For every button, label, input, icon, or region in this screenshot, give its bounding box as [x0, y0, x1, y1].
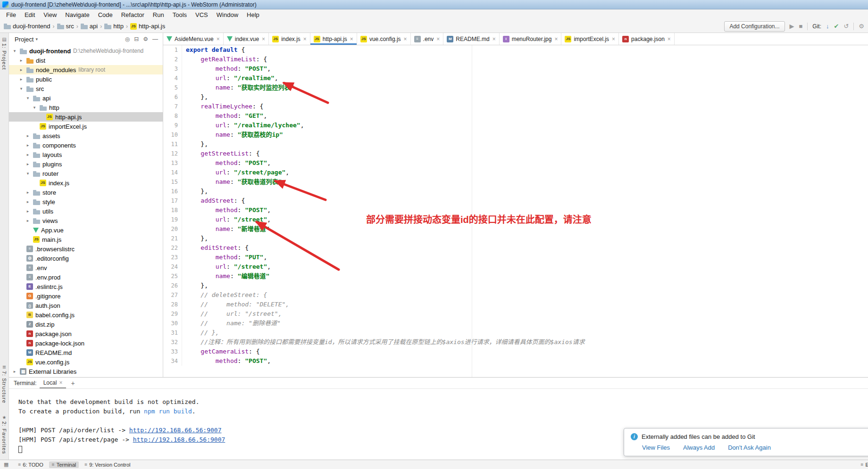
tree-item-browserslistrc[interactable]: ≡.browserslistrc [9, 244, 163, 254]
tree-item-main-js[interactable]: JSmain.js [9, 235, 163, 244]
tree-item-env[interactable]: ≡.env [9, 263, 163, 272]
chevron-right-icon[interactable]: ▸ [25, 143, 31, 148]
locate-file-icon[interactable]: ◎ [125, 36, 130, 42]
tree-item-node-modules[interactable]: ▸node_moduleslibrary root [9, 65, 163, 74]
chevron-right-icon[interactable]: ▸ [18, 67, 24, 72]
chevron-right-icon[interactable]: ▸ [25, 133, 31, 138]
breadcrumb-item[interactable]: duoji-frontend [4, 23, 50, 30]
git-update-icon[interactable]: ↓ [826, 23, 829, 30]
menu-tools[interactable]: Tools [168, 10, 191, 19]
close-tab-icon[interactable]: × [217, 36, 220, 42]
tab-asidemenu-vue[interactable]: AsideMenu.vue× [163, 33, 224, 45]
tab-readme-md[interactable]: MREADME.md× [443, 33, 499, 45]
close-tab-icon[interactable]: × [350, 36, 353, 42]
close-terminal-tab-icon[interactable]: × [59, 379, 62, 386]
settings-gear-icon[interactable]: ⚙ [143, 36, 148, 42]
chevron-right-icon[interactable]: ▸ [25, 199, 31, 204]
menu-file[interactable]: File [2, 10, 20, 19]
notification-action-view-files[interactable]: View Files [642, 444, 670, 451]
tree-item-readme-md[interactable]: MREADME.md [9, 348, 163, 357]
tree-item-dist[interactable]: ▸dist [9, 56, 163, 65]
tree-item-store[interactable]: ▸store [9, 188, 163, 197]
project-view-dropdown[interactable]: Project ▾ [15, 36, 38, 43]
chevron-down-icon[interactable]: ▾ [18, 86, 24, 91]
code-editor[interactable]: 1export default {2 getRealTimeList: {3 m… [163, 45, 868, 377]
run-icon[interactable]: ▶ [790, 23, 794, 30]
tree-item-index-js[interactable]: JSindex.js [9, 178, 163, 188]
chevron-right-icon[interactable]: ▸ [25, 162, 31, 166]
tree-item-router[interactable]: ▾router [9, 169, 163, 178]
toolwindow-toggle-icon[interactable]: ▦ [2, 461, 10, 468]
tree-item-eslintrc-js[interactable]: E.eslintrc.js [9, 282, 163, 291]
terminal-tab-local[interactable]: Local × [40, 378, 67, 388]
close-tab-icon[interactable]: × [436, 36, 440, 42]
tree-item-components[interactable]: ▸components [9, 140, 163, 150]
tree-item-importexcel-js[interactable]: JSimportExcel.js [9, 122, 163, 131]
tab-package-json[interactable]: npackage.json× [619, 33, 675, 45]
chevron-down-icon[interactable]: ▾ [32, 105, 37, 110]
toolwindow-favorites-button[interactable]: ★ 2: Favorites [1, 413, 7, 456]
tree-item-vue-config-js[interactable]: JSvue.config.js [9, 357, 163, 367]
chevron-right-icon[interactable]: ▸ [25, 190, 31, 195]
new-terminal-icon[interactable]: + [69, 379, 76, 387]
menu-code[interactable]: Code [94, 10, 117, 19]
chevron-right-icon[interactable]: ▸ [18, 77, 24, 82]
event-log-button[interactable]: ≡ Event Log [861, 462, 868, 468]
close-tab-icon[interactable]: × [554, 36, 558, 42]
git-history-icon[interactable]: ↺ [843, 23, 849, 30]
tree-item-gitignore[interactable]: G.gitignore [9, 291, 163, 301]
collapse-all-icon[interactable]: ⊟ [134, 36, 139, 42]
tab-env[interactable]: ≡.env× [411, 33, 444, 45]
close-tab-icon[interactable]: × [262, 36, 265, 42]
menu-view[interactable]: View [39, 10, 61, 19]
breadcrumb-item[interactable]: api [81, 23, 98, 30]
tree-item-views[interactable]: ▸views [9, 216, 163, 225]
tab-http-api-js[interactable]: JShttp-api.js× [310, 33, 357, 45]
toolwindow-structure-button[interactable]: ≣ 7: Structure [1, 362, 7, 405]
tree-item-api[interactable]: ▾api [9, 93, 163, 103]
close-tab-icon[interactable]: × [303, 36, 307, 42]
toolwindow-project-button[interactable]: ▤ 1: Project [1, 35, 7, 72]
close-tab-icon[interactable]: × [492, 36, 496, 42]
tree-item-package-json[interactable]: npackage.json [9, 329, 163, 338]
tree-item-dist-zip[interactable]: Zdist.zip [9, 320, 163, 329]
tree-item-utils[interactable]: ▸utils [9, 206, 163, 216]
tree-item-assets[interactable]: ▸assets [9, 131, 163, 140]
tree-item-duoji-frontend[interactable]: ▾duoji-frontendD:\zheheWeb\duoji-fronten… [9, 46, 163, 56]
statusbar-9-version-control[interactable]: ≡9: Version Control [82, 461, 133, 468]
chevron-down-icon[interactable]: ▾ [25, 171, 31, 176]
tab-importexcel-js[interactable]: JSimportExcel.js× [561, 33, 619, 45]
hide-panel-icon[interactable]: ― [152, 36, 158, 42]
chevron-right-icon[interactable]: ▸ [18, 58, 24, 63]
tree-item-app-vue[interactable]: App.vue [9, 225, 163, 235]
menu-refactor[interactable]: Refactor [117, 10, 149, 19]
tree-item-plugins[interactable]: ▸plugins [9, 159, 163, 169]
tab-index-js[interactable]: JSindex.js× [269, 33, 310, 45]
close-tab-icon[interactable]: × [612, 36, 615, 42]
tree-item-editorconfig[interactable]: ⚙.editorconfig [9, 254, 163, 263]
close-tab-icon[interactable]: × [668, 36, 671, 42]
tree-item-package-lock-json[interactable]: npackage-lock.json [9, 338, 163, 348]
stop-icon[interactable]: ■ [799, 23, 803, 30]
add-configuration-button[interactable]: Add Configuration... [724, 21, 785, 32]
statusbar-6-todo[interactable]: ≡6: TODO [15, 461, 46, 468]
breadcrumb-item[interactable]: JShttp-api.js [130, 23, 165, 30]
tree-item-style[interactable]: ▸style [9, 197, 163, 206]
tree-item-http-api-js[interactable]: JShttp-api.js [9, 112, 163, 122]
tree-item-src[interactable]: ▾src [9, 84, 163, 93]
menu-navigate[interactable]: Navigate [61, 10, 93, 19]
tab-menurouter-jpg[interactable]: ImenuRouter.jpg× [500, 33, 562, 45]
menu-help[interactable]: Help [242, 10, 264, 19]
notification-action-don-t-ask-again[interactable]: Don't Ask Again [728, 444, 771, 451]
tab-vue-config-js[interactable]: JSvue.config.js× [357, 33, 411, 45]
chevron-right-icon[interactable]: ▸ [12, 369, 17, 374]
tree-item-layouts[interactable]: ▸layouts [9, 150, 163, 159]
terminal-link[interactable]: http://192.168.66.56:9007 [133, 436, 225, 443]
chevron-down-icon[interactable]: ▾ [25, 96, 31, 100]
statusbar-terminal[interactable]: ≡Terminal [49, 461, 79, 468]
settings-icon[interactable]: ⚙ [859, 23, 864, 30]
chevron-down-icon[interactable]: ▾ [12, 49, 17, 53]
close-tab-icon[interactable]: × [404, 36, 407, 42]
breadcrumb-item[interactable]: http [104, 23, 124, 30]
chevron-right-icon[interactable]: ▸ [25, 152, 31, 157]
